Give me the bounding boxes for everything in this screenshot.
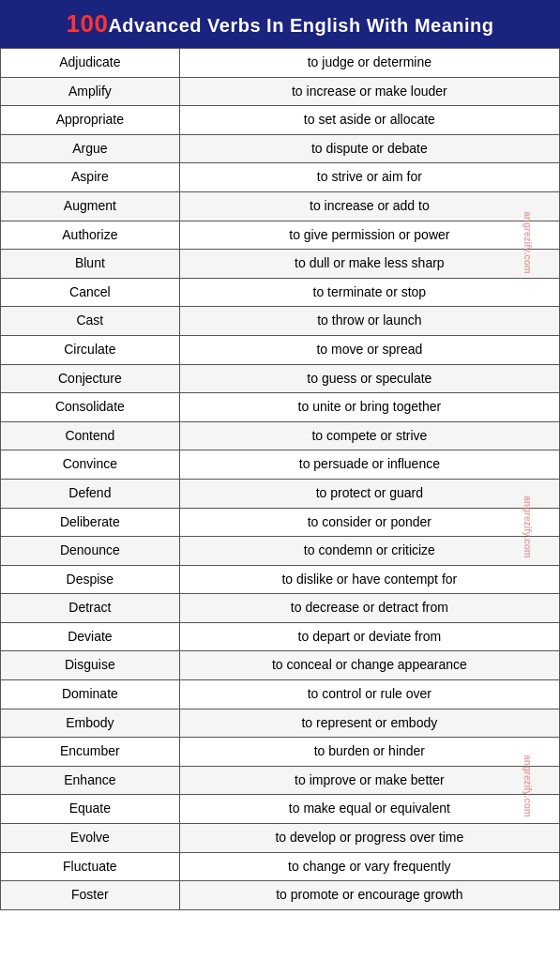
- header-hundred: 100: [67, 9, 109, 38]
- table-row: Circulateto move or spread: [1, 335, 560, 364]
- table-row: Bluntto dull or make less sharp: [1, 250, 560, 279]
- table-row: Embodyto represent or embody: [1, 709, 560, 738]
- header-title: Advanced Verbs In English With Meaning: [108, 15, 493, 36]
- table-row: Contendto compete or strive: [1, 421, 560, 450]
- verb-cell: Cancel: [1, 278, 180, 307]
- meaning-cell: to give permission or power: [179, 221, 559, 250]
- verb-cell: Adjudicate: [1, 49, 180, 78]
- meaning-cell: to terminate or stop: [179, 278, 559, 307]
- meaning-cell: to improve or make better: [179, 766, 559, 795]
- verb-cell: Despise: [1, 565, 180, 594]
- verb-cell: Embody: [1, 709, 180, 738]
- table-row: Aspireto strive or aim for: [1, 163, 560, 192]
- verb-cell: Conjecture: [1, 364, 180, 393]
- meaning-cell: to decrease or detract from: [179, 594, 559, 623]
- verb-cell: Convince: [1, 450, 180, 480]
- meaning-cell: to depart or deviate from: [179, 622, 559, 651]
- table-row: Equateto make equal or equivalent: [1, 795, 560, 824]
- verb-cell: Denounce: [1, 537, 180, 566]
- table-row: Denounceto condemn or criticize: [1, 537, 560, 566]
- verb-cell: Aspire: [1, 163, 180, 192]
- table-row: Fluctuateto change or vary frequently: [1, 852, 560, 881]
- table-row: Adjudicateto judge or determine: [1, 49, 560, 78]
- meaning-cell: to make equal or equivalent: [179, 795, 559, 824]
- meaning-cell: to compete or strive: [179, 421, 559, 450]
- meaning-cell: to set aside or allocate: [179, 106, 559, 135]
- meaning-cell: to change or vary frequently: [179, 852, 559, 881]
- meaning-cell: to control or rule over: [179, 680, 559, 709]
- verb-cell: Deviate: [1, 622, 180, 651]
- verb-cell: Consolidate: [1, 393, 180, 422]
- meaning-cell: to strive or aim for: [179, 163, 559, 192]
- table-row: Castto throw or launch: [1, 307, 560, 336]
- verb-cell: Blunt: [1, 250, 180, 279]
- meaning-cell: to increase or add to: [179, 191, 559, 221]
- verb-cell: Enhance: [1, 766, 180, 795]
- table-row: Disguiseto conceal or change appearance: [1, 651, 560, 680]
- table-row: Cancelto terminate or stop: [1, 278, 560, 307]
- meaning-cell: to increase or make louder: [179, 77, 559, 106]
- table-row: Deviateto depart or deviate from: [1, 622, 560, 651]
- verb-cell: Circulate: [1, 335, 180, 364]
- meaning-cell: to dispute or debate: [179, 134, 559, 163]
- meaning-cell: to consider or ponder: [179, 508, 559, 537]
- verb-cell: Evolve: [1, 824, 180, 853]
- verb-cell: Foster: [1, 881, 180, 910]
- verb-cell: Augment: [1, 191, 180, 221]
- verb-cell: Deliberate: [1, 508, 180, 537]
- meaning-cell: to dislike or have contempt for: [179, 565, 559, 594]
- table-row: Conjectureto guess or speculate: [1, 364, 560, 393]
- table-row: Despiseto dislike or have contempt for: [1, 565, 560, 594]
- page-wrapper: 100Advanced Verbs In English With Meanin…: [0, 0, 560, 910]
- meaning-cell: to dull or make less sharp: [179, 250, 559, 279]
- verb-cell: Detract: [1, 594, 180, 623]
- verb-cell: Defend: [1, 479, 180, 508]
- verb-cell: Dominate: [1, 680, 180, 709]
- verb-cell: Argue: [1, 134, 180, 163]
- table-row: Amplifyto increase or make louder: [1, 77, 560, 106]
- table-row: Encumberto burden or hinder: [1, 738, 560, 767]
- table-container: Adjudicateto judge or determineAmplifyto…: [0, 48, 560, 910]
- verb-cell: Equate: [1, 795, 180, 824]
- table-row: Enhanceto improve or make better: [1, 766, 560, 795]
- meaning-cell: to protect or guard: [179, 479, 559, 508]
- page-header: 100Advanced Verbs In English With Meanin…: [0, 0, 560, 48]
- table-row: Detractto decrease or detract from: [1, 594, 560, 623]
- meaning-cell: to unite or bring together: [179, 393, 559, 422]
- verb-cell: Appropriate: [1, 106, 180, 135]
- meaning-cell: to guess or speculate: [179, 364, 559, 393]
- verb-cell: Fluctuate: [1, 852, 180, 881]
- meaning-cell: to burden or hinder: [179, 738, 559, 767]
- meaning-cell: to throw or launch: [179, 307, 559, 336]
- meaning-cell: to move or spread: [179, 335, 559, 364]
- table-row: Fosterto promote or encourage growth: [1, 881, 560, 910]
- verb-cell: Contend: [1, 421, 180, 450]
- verbs-table: Adjudicateto judge or determineAmplifyto…: [0, 48, 560, 910]
- verb-cell: Disguise: [1, 651, 180, 680]
- table-row: Authorizeto give permission or power: [1, 221, 560, 250]
- meaning-cell: to conceal or change appearance: [179, 651, 559, 680]
- table-row: Evolveto develop or progress over time: [1, 824, 560, 853]
- verb-cell: Cast: [1, 307, 180, 336]
- meaning-cell: to develop or progress over time: [179, 824, 559, 853]
- verb-cell: Encumber: [1, 738, 180, 767]
- table-row: Convinceto persuade or influence: [1, 450, 560, 480]
- verb-cell: Amplify: [1, 77, 180, 106]
- meaning-cell: to promote or encourage growth: [179, 881, 559, 910]
- meaning-cell: to judge or determine: [179, 49, 559, 78]
- meaning-cell: to represent or embody: [179, 709, 559, 738]
- table-row: Appropriateto set aside or allocate: [1, 106, 560, 135]
- verb-cell: Authorize: [1, 221, 180, 250]
- table-row: Consolidateto unite or bring together: [1, 393, 560, 422]
- table-row: Augmentto increase or add to: [1, 191, 560, 221]
- table-row: Argueto dispute or debate: [1, 134, 560, 163]
- table-row: Dominateto control or rule over: [1, 680, 560, 709]
- meaning-cell: to condemn or criticize: [179, 537, 559, 566]
- table-row: Defendto protect or guard: [1, 479, 560, 508]
- table-row: Deliberateto consider or ponder: [1, 508, 560, 537]
- meaning-cell: to persuade or influence: [179, 450, 559, 480]
